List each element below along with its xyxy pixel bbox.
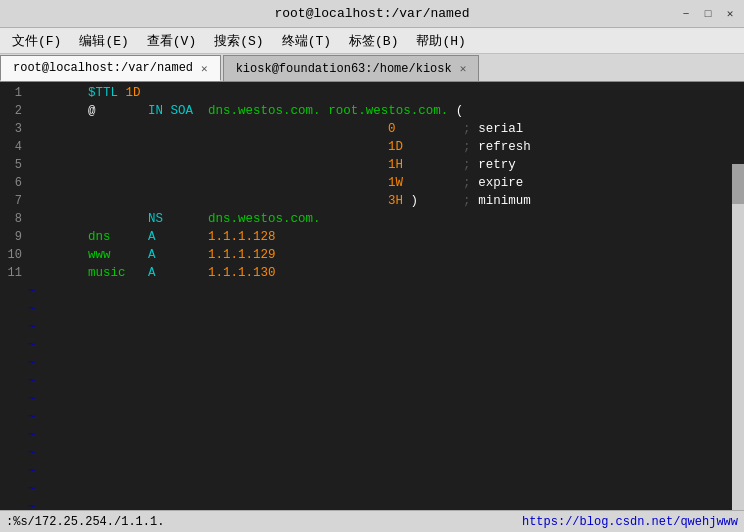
status-right: https://blog.csdn.net/qwehjwww [522, 515, 738, 529]
line-num-8: 8 [0, 212, 28, 226]
menu-help[interactable]: 帮助(H) [408, 30, 473, 52]
tab-kiosk[interactable]: kiosk@foundation63:/home/kiosk ✕ [223, 55, 480, 81]
title-bar-text: root@localhost:/var/named [274, 6, 469, 21]
scrollbar-thumb[interactable] [732, 164, 744, 204]
line-num-2: 2 [0, 104, 28, 118]
menu-file[interactable]: 文件(F) [4, 30, 69, 52]
tilde-7: ~ [0, 390, 744, 408]
line-num-3: 3 [0, 122, 28, 136]
status-bar: :%s/172.25.254./1.1.1. https://blog.csdn… [0, 510, 744, 532]
line-num-10: 10 [0, 248, 28, 262]
line-num-9: 9 [0, 230, 28, 244]
tilde-3: ~ [0, 318, 744, 336]
menu-bar: 文件(F) 编辑(E) 查看(V) 搜索(S) 终端(T) 标签(B) 帮助(H… [0, 28, 744, 54]
line-num-7: 7 [0, 194, 28, 208]
tilde-9: ~ [0, 426, 744, 444]
line-content-11: music A 1.1.1.130 [28, 252, 276, 294]
tilde-12: ~ [0, 480, 744, 498]
line-num-4: 4 [0, 140, 28, 154]
menu-edit[interactable]: 编辑(E) [71, 30, 136, 52]
tilde-6: ~ [0, 372, 744, 390]
line-num-6: 6 [0, 176, 28, 190]
tilde-10: ~ [0, 444, 744, 462]
tab-kiosk-close[interactable]: ✕ [460, 62, 467, 75]
tilde-8: ~ [0, 408, 744, 426]
menu-tags[interactable]: 标签(B) [341, 30, 406, 52]
title-bar: root@localhost:/var/named − □ ✕ [0, 0, 744, 28]
status-left: :%s/172.25.254./1.1.1. [6, 515, 164, 529]
tilde-11: ~ [0, 462, 744, 480]
tilde-13: ~ [0, 498, 744, 510]
menu-search[interactable]: 搜索(S) [206, 30, 271, 52]
close-button[interactable]: ✕ [722, 6, 738, 22]
line-num-5: 5 [0, 158, 28, 172]
menu-terminal[interactable]: 终端(T) [274, 30, 339, 52]
line-num-11: 11 [0, 266, 28, 280]
tilde-2: ~ [0, 300, 744, 318]
scrollbar[interactable] [732, 164, 744, 510]
menu-view[interactable]: 查看(V) [139, 30, 204, 52]
line-num-1: 1 [0, 86, 28, 100]
tilde-5: ~ [0, 354, 744, 372]
editor-wrapper: 1 $TTL 1D 2 @ IN SOA dns.westos.com. roo… [0, 82, 744, 532]
tab-kiosk-label: kiosk@foundation63:/home/kiosk [236, 62, 452, 76]
tab-root[interactable]: root@localhost:/var/named ✕ [0, 55, 221, 81]
tab-root-label: root@localhost:/var/named [13, 61, 193, 75]
minimize-button[interactable]: − [678, 6, 694, 22]
maximize-button[interactable]: □ [700, 6, 716, 22]
tab-bar: root@localhost:/var/named ✕ kiosk@founda… [0, 54, 744, 82]
tilde-4: ~ [0, 336, 744, 354]
editor-content[interactable]: 1 $TTL 1D 2 @ IN SOA dns.westos.com. roo… [0, 82, 744, 510]
tab-root-close[interactable]: ✕ [201, 62, 208, 75]
line-11: 11 music A 1.1.1.130 [0, 264, 744, 282]
